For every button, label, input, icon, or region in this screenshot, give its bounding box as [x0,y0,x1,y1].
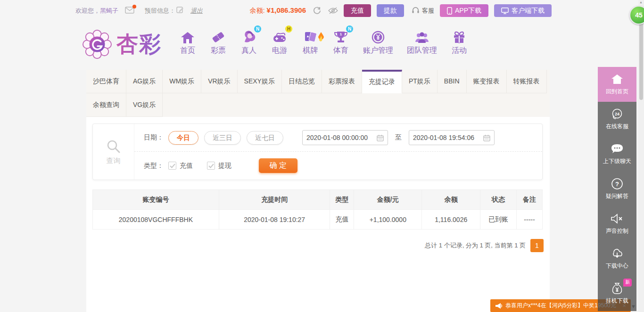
tab-ag[interactable]: AG娱乐 [126,70,163,93]
tab-account-change-report[interactable]: 账变报表 [467,70,507,93]
hide-balance-icon[interactable] [328,7,338,14]
app-download-button[interactable]: APP下载 [440,4,488,17]
preset-7days-button[interactable]: 近七日 [247,131,283,145]
nav-label: 真人 [241,46,256,56]
date-filter-row: 日期： 今日 近三日 近七日 2020-01-08 00:00:00 至 202… [134,124,542,152]
query-label: 查询 [107,156,121,165]
withdraw-button[interactable]: 提款 [377,4,404,17]
app-download-label: APP下载 [455,7,481,15]
svg-text:?: ? [615,181,619,188]
tab-lottery-report[interactable]: 彩票报表 [322,70,362,93]
mail-unread-dot [132,5,136,8]
tab-sexy[interactable]: SEXY娱乐 [238,70,282,93]
calendar-icon [377,134,384,141]
col-status: 状态 [480,190,517,210]
trophy-icon: 1 N [334,28,348,44]
scrollbar[interactable]: ▲ [638,0,644,312]
home-icon [611,73,623,85]
page-1-button[interactable]: 1 [530,239,544,252]
refresh-balance-icon[interactable] [313,6,322,15]
nav-label: 彩票 [211,46,226,56]
phone-icon [447,7,452,15]
nav-label: 电游 [272,46,287,56]
scroll-up-arrow-icon[interactable]: ▲ [639,0,643,4]
date-from-input[interactable]: 2020-01-08 00:00:00 [302,130,388,145]
sidebar-item-label: 回到首页 [606,88,628,96]
client-download-label: 客户端下载 [512,7,545,15]
preset-today-button[interactable]: 今日 [168,131,198,145]
tab-deposit-withdraw-records[interactable]: 充提记录 [362,70,402,93]
preset-3days-button[interactable]: 近三日 [204,131,241,145]
logo-flower-icon [83,30,112,59]
deposit-button[interactable]: 充值 [344,4,371,17]
team-icon [414,28,429,44]
nav-item-live[interactable]: N 真人 [240,28,257,56]
edit-icon[interactable] [176,6,184,15]
topbar: 欢迎您，黑蝎子 预留信息： 退出 余额:¥1,086.3906 充值 提款 [0,0,644,21]
sidebar-item-chat[interactable]: 上下级聊天 [598,137,636,172]
tab-vg[interactable]: VG娱乐 [126,93,163,117]
sidebar-item-label: 疑问解答 [606,192,628,200]
nav-item-activity[interactable]: 活动 [451,28,468,56]
scrollbar-thumb[interactable] [639,20,643,100]
chat-icon [611,143,624,155]
tab-bbin[interactable]: BBIN [438,70,467,93]
search-icon [106,139,122,155]
cell-time: 2020-01-08 19:10:27 [219,210,330,230]
client-download-button[interactable]: 客户端下载 [494,4,552,17]
monitor-icon [501,8,509,14]
cell-balance: 1,116.0026 [422,210,480,230]
main-content: 沙巴体育 AG娱乐 WM娱乐 VR娱乐 SEXY娱乐 日结总览 彩票报表 充提记… [86,70,550,312]
site-logo[interactable]: 杏彩 [83,30,162,59]
col-type: 类型 [330,190,354,210]
type-label: 类型： [144,162,164,170]
cell-note: ----- [517,210,543,230]
nav-item-lottery[interactable]: 彩票 [210,28,227,56]
tab-shaba-sports[interactable]: 沙巴体育 [86,70,126,93]
tab-pt[interactable]: PT娱乐 [402,70,438,93]
checkbox-icon [207,162,215,170]
sidebar-item-download-center[interactable]: 下载中心 [598,241,636,276]
collapse-arrow-icon[interactable]: ▼ [631,304,636,309]
main-nav: 首页 彩票 N 真人 H 电游 [179,28,468,56]
nav-item-team[interactable]: 团队管理 [407,28,437,56]
nav-item-sports[interactable]: 1 N 体育 [332,28,349,56]
col-balance: 余额 [422,190,480,210]
report-tabs: 沙巴体育 AG娱乐 WM娱乐 VR娱乐 SEXY娱乐 日结总览 彩票报表 充提记… [86,70,550,117]
tab-vr[interactable]: VR娱乐 [201,70,237,93]
tab-transfer-report[interactable]: 转账报表 [507,70,547,93]
sidebar-item-label: 在线客服 [606,123,628,131]
nav-label: 体育 [333,46,348,56]
sidebar-item-back-home[interactable]: 回到首页 [598,67,636,102]
logout-link[interactable]: 退出 [190,7,203,15]
filter-card: 查询 日期： 今日 近三日 近七日 2020-01-08 00:00:00 至 … [92,123,543,180]
live-person-icon: N [242,28,256,44]
tab-wm[interactable]: WM娱乐 [163,70,201,93]
customer-service-link[interactable]: 客服 [412,7,434,15]
username: 黑蝎子 [100,7,118,15]
nav-item-egames[interactable]: H 电游 [271,28,288,56]
sidebar-item-faq[interactable]: ? 疑问解答 [598,172,636,206]
topbar-user-area: 欢迎您，黑蝎子 预留信息： 退出 [75,6,203,15]
mail-icon[interactable] [125,7,134,15]
ticket-icon [211,28,225,44]
nav-item-home[interactable]: 首页 [179,28,196,56]
new-badge: 新 [623,279,632,287]
cell-amount: +1,100.0000 [354,210,422,230]
date-to-separator: 至 [395,133,402,142]
confirm-button[interactable]: 确 定 [259,158,297,173]
nav-item-cards[interactable]: 棋牌 [302,28,319,56]
records-table: 账变编号 充提时间 类型 金额/元 余额 状态 备注 20200108VGCHF… [92,189,543,230]
cell-status: 已到账 [480,210,517,230]
sidebar-item-sound[interactable]: 声音控制 [598,206,636,241]
nav-label: 团队管理 [407,46,437,56]
tab-daily-summary[interactable]: 日结总览 [282,70,322,93]
pagination: 总计 1 个记录, 分为 1 页, 当前第 1 页 1 [92,239,544,252]
tab-balance-query[interactable]: 余额查询 [86,93,126,117]
date-to-input[interactable]: 2020-01-08 19:54:06 [409,130,495,145]
sidebar-item-online-service[interactable]: 24 在线客服 [598,102,636,137]
withdraw-checkbox[interactable]: 提现 [207,162,231,170]
deposit-checkbox[interactable]: 充值 [168,162,193,170]
svg-text:24: 24 [615,112,619,116]
nav-item-account[interactable]: 账户管理 [363,28,393,56]
